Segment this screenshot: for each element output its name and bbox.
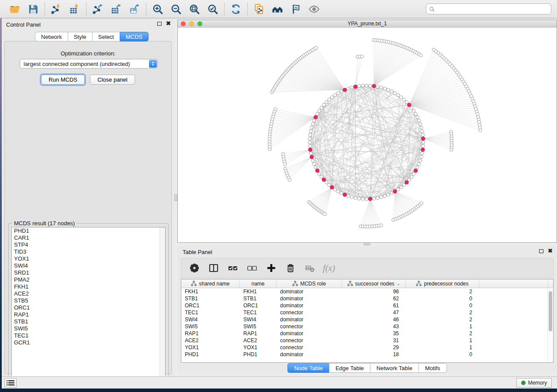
column-header-shared-name[interactable]: shared name [181,279,240,288]
table-cell[interactable]: 2 [406,309,479,316]
split-panel-button[interactable] [208,262,220,274]
network-node[interactable] [361,84,364,87]
mcds-result-item[interactable]: ORC1 [12,304,165,311]
network-node[interactable] [361,197,364,200]
network-node[interactable] [312,119,315,122]
network-node[interactable] [325,100,328,103]
mcds-node[interactable] [343,88,346,92]
table-row[interactable]: ORC1ORC1dominator610 [181,302,553,309]
table-cell[interactable]: SWI4 [240,316,277,323]
network-node[interactable] [410,175,413,178]
network-node[interactable] [274,107,277,110]
network-node[interactable] [422,141,425,144]
network-node[interactable] [412,109,415,112]
table-cell[interactable]: STB1 [240,295,277,302]
table-cell[interactable]: connector [277,337,342,344]
table-cell[interactable]: ACE2 [240,337,277,344]
table-cell[interactable]: connector [277,344,342,351]
network-node[interactable] [387,88,390,91]
export-table-button[interactable] [110,3,122,15]
network-node[interactable] [421,152,424,155]
deselect-all-button[interactable] [246,262,258,274]
network-node[interactable] [350,86,353,89]
table-cell[interactable]: STB1 [181,295,240,302]
table-row[interactable]: SWI4SWI4dominator462 [181,316,553,323]
network-node[interactable] [421,130,424,133]
zoom-fit-button[interactable] [188,3,201,15]
network-overview-button[interactable] [271,3,284,15]
mcds-node[interactable] [408,103,411,107]
mcds-result-item[interactable]: SRD1 [12,269,165,276]
table-cell[interactable]: SWI5 [240,323,277,330]
table-cell[interactable]: TEC1 [240,309,277,316]
table-cell[interactable]: ORC1 [181,302,240,309]
network-node[interactable] [340,90,343,93]
network-node[interactable] [419,123,422,126]
network-node[interactable] [360,55,363,58]
table-row[interactable]: ACE2ACE2connector311 [181,337,553,344]
criterion-select[interactable]: largest connected component (undirected)… [20,59,158,69]
network-node[interactable] [402,183,405,186]
network-node[interactable] [393,92,396,95]
network-node[interactable] [417,119,420,122]
network-canvas[interactable] [178,28,557,242]
network-node[interactable] [347,87,350,90]
table-cell[interactable]: dominator [277,288,342,295]
open-file-button[interactable] [9,3,21,15]
refresh-button[interactable] [230,3,242,15]
table-row[interactable]: PHD1PHD1dominator180 [181,351,553,358]
network-node[interactable] [420,202,423,205]
table-scrollbar[interactable] [547,289,553,362]
network-node[interactable] [336,190,339,193]
table-cell[interactable]: dominator [277,330,342,337]
table-cell[interactable]: 18 [342,351,406,358]
table-cell[interactable] [479,316,548,323]
network-node[interactable] [350,196,353,199]
network-node[interactable] [397,188,400,191]
float-table-panel-icon[interactable] [539,249,543,253]
network-node[interactable] [422,144,425,148]
tab-mcds[interactable]: MCDS [120,32,149,41]
network-node[interactable] [316,112,319,115]
network-node[interactable] [376,85,379,88]
mcds-result-item[interactable]: STB5 [12,297,165,304]
table-cell[interactable]: 96 [342,288,406,295]
network-node[interactable] [312,162,315,165]
network-node[interactable] [323,213,326,216]
network-node[interactable] [380,224,383,227]
table-cell[interactable]: RAP1 [240,330,277,337]
table-cell[interactable]: dominator [277,351,342,358]
network-node[interactable] [333,188,336,191]
network-node[interactable] [308,141,311,144]
network-node[interactable] [414,112,417,115]
table-cell[interactable] [479,330,548,337]
mcds-result-item[interactable]: PMA2 [12,276,165,283]
select-all-button[interactable] [227,262,239,274]
network-node[interactable] [372,197,375,200]
delete-column-button[interactable] [284,262,297,274]
mcds-node[interactable] [414,169,417,172]
import-network-button[interactable] [50,3,62,15]
table-cell[interactable]: FKH1 [240,288,277,295]
table-cell[interactable]: 2 [406,316,479,323]
export-image-button[interactable] [128,3,141,15]
mcds-node[interactable] [310,155,313,159]
zoom-out-button[interactable] [170,3,182,15]
table-cell[interactable]: SWI4 [181,316,240,323]
memory-button[interactable]: Memory [516,378,552,388]
mcds-result-item[interactable]: TID3 [12,248,165,255]
network-node[interactable] [419,159,422,162]
mcds-result-item[interactable]: STB1 [12,318,165,325]
table-row[interactable]: RAP1RAP1dominator352 [181,330,553,337]
network-node[interactable] [328,183,331,186]
table-cell[interactable]: SWI5 [181,323,240,330]
table-cell[interactable]: FKH1 [181,288,240,295]
table-cell[interactable]: 2 [406,288,479,295]
zoom-selected-button[interactable] [207,3,219,15]
import-table-button[interactable] [69,3,81,15]
network-node[interactable] [419,54,422,57]
table-row[interactable]: STB1STB1dominator620 [181,295,553,302]
network-node[interactable] [380,86,383,89]
table-row[interactable]: TEC1TEC1connector472 [181,309,553,316]
network-node[interactable] [405,100,408,103]
